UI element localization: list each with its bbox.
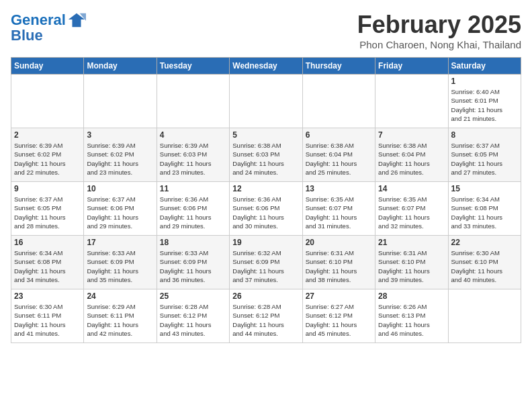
day-number: 6 (306, 130, 372, 140)
calendar-cell: 25Sunrise: 6:28 AM Sunset: 6:12 PM Dayli… (157, 289, 229, 343)
day-number: 15 (451, 184, 518, 193)
day-number: 3 (87, 130, 153, 140)
title-block: February 2025 Phon Charoen, Nong Khai, T… (357, 11, 521, 50)
day-number: 25 (160, 291, 226, 301)
day-info: Sunrise: 6:38 AM Sunset: 6:04 PM Dayligh… (306, 141, 372, 177)
calendar-cell: 24Sunrise: 6:29 AM Sunset: 6:11 PM Dayli… (84, 289, 157, 343)
weekday-header-thursday: Thursday (302, 58, 375, 75)
calendar-cell: 11Sunrise: 6:36 AM Sunset: 6:06 PM Dayli… (157, 182, 229, 236)
day-info: Sunrise: 6:36 AM Sunset: 6:06 PM Dayligh… (160, 195, 226, 230)
weekday-header-wednesday: Wednesday (230, 58, 302, 75)
calendar-cell: 18Sunrise: 6:33 AM Sunset: 6:09 PM Dayli… (157, 236, 229, 289)
calendar-cell: 23Sunrise: 6:30 AM Sunset: 6:11 PM Dayli… (11, 289, 84, 343)
day-number: 19 (232, 238, 299, 247)
day-info: Sunrise: 6:30 AM Sunset: 6:11 PM Dayligh… (14, 302, 81, 338)
day-number: 24 (87, 291, 153, 301)
day-number: 23 (14, 291, 81, 301)
calendar-cell: 17Sunrise: 6:33 AM Sunset: 6:09 PM Dayli… (84, 236, 157, 289)
day-number: 7 (378, 130, 445, 140)
day-info: Sunrise: 6:34 AM Sunset: 6:08 PM Dayligh… (451, 195, 518, 230)
calendar-table: SundayMondayTuesdayWednesdayThursdayFrid… (11, 57, 521, 343)
day-info: Sunrise: 6:37 AM Sunset: 6:06 PM Dayligh… (87, 195, 153, 230)
calendar-cell (230, 75, 302, 128)
calendar-cell: 1Sunrise: 6:40 AM Sunset: 6:01 PM Daylig… (448, 75, 521, 128)
day-number: 14 (378, 184, 445, 193)
calendar-cell: 6Sunrise: 6:38 AM Sunset: 6:04 PM Daylig… (302, 128, 375, 182)
calendar-cell: 19Sunrise: 6:32 AM Sunset: 6:09 PM Dayli… (230, 236, 302, 289)
day-number: 8 (451, 130, 518, 140)
day-number: 20 (306, 238, 372, 247)
weekday-header-tuesday: Tuesday (157, 58, 229, 75)
calendar-cell: 13Sunrise: 6:35 AM Sunset: 6:07 PM Dayli… (302, 182, 375, 236)
day-info: Sunrise: 6:37 AM Sunset: 6:05 PM Dayligh… (14, 195, 81, 230)
day-info: Sunrise: 6:32 AM Sunset: 6:09 PM Dayligh… (232, 248, 299, 284)
calendar-cell (157, 75, 229, 128)
weekday-header-friday: Friday (375, 58, 448, 75)
calendar-week-2: 2Sunrise: 6:39 AM Sunset: 6:02 PM Daylig… (11, 128, 521, 182)
day-number: 28 (378, 291, 445, 301)
day-info: Sunrise: 6:27 AM Sunset: 6:12 PM Dayligh… (306, 302, 372, 338)
day-info: Sunrise: 6:31 AM Sunset: 6:10 PM Dayligh… (378, 248, 445, 284)
day-number: 21 (378, 238, 445, 247)
calendar-week-1: 1Sunrise: 6:40 AM Sunset: 6:01 PM Daylig… (11, 75, 521, 128)
logo-text: General (11, 12, 66, 28)
calendar-cell: 16Sunrise: 6:34 AM Sunset: 6:08 PM Dayli… (11, 236, 84, 289)
day-number: 12 (232, 184, 299, 193)
calendar-cell (302, 75, 375, 128)
calendar-cell: 21Sunrise: 6:31 AM Sunset: 6:10 PM Dayli… (375, 236, 448, 289)
calendar-week-5: 23Sunrise: 6:30 AM Sunset: 6:11 PM Dayli… (11, 289, 521, 343)
calendar-cell: 26Sunrise: 6:28 AM Sunset: 6:12 PM Dayli… (230, 289, 302, 343)
day-info: Sunrise: 6:30 AM Sunset: 6:10 PM Dayligh… (451, 248, 518, 284)
day-info: Sunrise: 6:33 AM Sunset: 6:09 PM Dayligh… (87, 248, 153, 284)
day-number: 26 (232, 291, 299, 301)
day-info: Sunrise: 6:28 AM Sunset: 6:12 PM Dayligh… (160, 302, 226, 338)
calendar-cell: 10Sunrise: 6:37 AM Sunset: 6:06 PM Dayli… (84, 182, 157, 236)
day-number: 22 (451, 238, 518, 247)
calendar-cell: 12Sunrise: 6:36 AM Sunset: 6:06 PM Dayli… (230, 182, 302, 236)
day-info: Sunrise: 6:36 AM Sunset: 6:06 PM Dayligh… (232, 195, 299, 230)
logo: General Blue (11, 11, 86, 44)
calendar-cell: 27Sunrise: 6:27 AM Sunset: 6:12 PM Dayli… (302, 289, 375, 343)
day-info: Sunrise: 6:39 AM Sunset: 6:03 PM Dayligh… (160, 141, 226, 177)
day-number: 9 (14, 184, 81, 193)
day-info: Sunrise: 6:33 AM Sunset: 6:09 PM Dayligh… (160, 248, 226, 284)
day-info: Sunrise: 6:38 AM Sunset: 6:03 PM Dayligh… (232, 141, 299, 177)
calendar-cell (11, 75, 84, 128)
day-number: 11 (160, 184, 226, 193)
header: General Blue February 2025 Phon Charoen,… (11, 11, 521, 50)
calendar-cell: 2Sunrise: 6:39 AM Sunset: 6:02 PM Daylig… (11, 128, 84, 182)
location-title: Phon Charoen, Nong Khai, Thailand (357, 39, 521, 50)
calendar-cell: 9Sunrise: 6:37 AM Sunset: 6:05 PM Daylig… (11, 182, 84, 236)
day-info: Sunrise: 6:40 AM Sunset: 6:01 PM Dayligh… (451, 87, 518, 123)
day-info: Sunrise: 6:31 AM Sunset: 6:10 PM Dayligh… (306, 248, 372, 284)
calendar-week-4: 16Sunrise: 6:34 AM Sunset: 6:08 PM Dayli… (11, 236, 521, 289)
day-info: Sunrise: 6:39 AM Sunset: 6:02 PM Dayligh… (14, 141, 81, 177)
calendar-cell (375, 75, 448, 128)
day-info: Sunrise: 6:35 AM Sunset: 6:07 PM Dayligh… (306, 195, 372, 230)
calendar-cell (84, 75, 157, 128)
day-info: Sunrise: 6:37 AM Sunset: 6:05 PM Dayligh… (451, 141, 518, 177)
month-title: February 2025 (357, 11, 521, 39)
calendar-cell: 14Sunrise: 6:35 AM Sunset: 6:07 PM Dayli… (375, 182, 448, 236)
day-number: 18 (160, 238, 226, 247)
day-info: Sunrise: 6:38 AM Sunset: 6:04 PM Dayligh… (378, 141, 445, 177)
weekday-header-sunday: Sunday (11, 58, 84, 75)
calendar-cell (448, 289, 521, 343)
weekday-header-saturday: Saturday (448, 58, 521, 75)
calendar-body: 1Sunrise: 6:40 AM Sunset: 6:01 PM Daylig… (11, 75, 521, 343)
day-number: 5 (232, 130, 299, 140)
day-info: Sunrise: 6:35 AM Sunset: 6:07 PM Dayligh… (378, 195, 445, 230)
calendar-cell: 7Sunrise: 6:38 AM Sunset: 6:04 PM Daylig… (375, 128, 448, 182)
day-info: Sunrise: 6:26 AM Sunset: 6:13 PM Dayligh… (378, 302, 445, 338)
day-number: 17 (87, 238, 153, 247)
day-number: 2 (14, 130, 81, 140)
weekday-header-monday: Monday (84, 58, 157, 75)
day-number: 4 (160, 130, 226, 140)
calendar-cell: 15Sunrise: 6:34 AM Sunset: 6:08 PM Dayli… (448, 182, 521, 236)
day-number: 10 (87, 184, 153, 193)
day-number: 13 (306, 184, 372, 193)
calendar-cell: 8Sunrise: 6:37 AM Sunset: 6:05 PM Daylig… (448, 128, 521, 182)
day-info: Sunrise: 6:34 AM Sunset: 6:08 PM Dayligh… (14, 248, 81, 284)
calendar-cell: 28Sunrise: 6:26 AM Sunset: 6:13 PM Dayli… (375, 289, 448, 343)
day-info: Sunrise: 6:39 AM Sunset: 6:02 PM Dayligh… (87, 141, 153, 177)
